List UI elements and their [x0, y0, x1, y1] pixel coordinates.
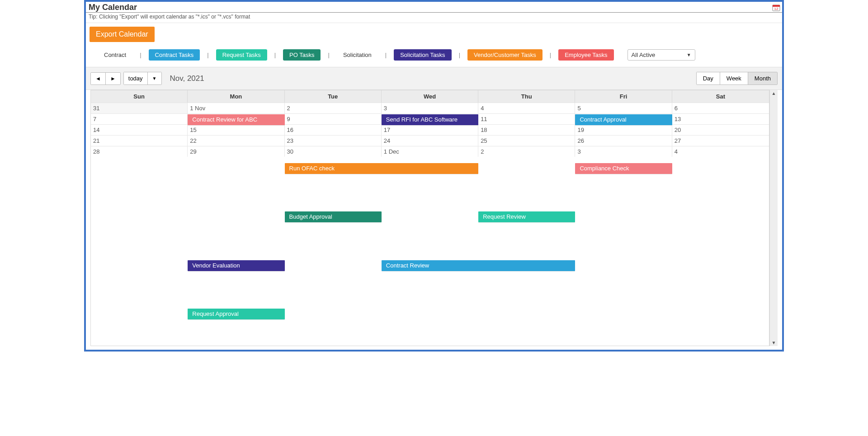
today-button[interactable]: today: [124, 72, 147, 84]
calendar-event[interactable]: Contract Approval: [575, 114, 672, 125]
filter-button[interactable]: Contract Tasks: [149, 49, 200, 61]
day-cell[interactable]: 31: [91, 103, 188, 113]
filter-button[interactable]: Solicitation Tasks: [394, 49, 451, 61]
day-number: 31: [93, 105, 185, 112]
day-number: 29: [190, 148, 282, 155]
calendar-event[interactable]: Contract Review: [382, 260, 576, 271]
day-cell[interactable]: 22: [188, 135, 284, 146]
scroll-down-icon[interactable]: ▼: [772, 340, 776, 345]
day-number: 26: [577, 137, 669, 144]
day-cell[interactable]: 25: [478, 135, 575, 146]
day-cell[interactable]: 15: [188, 124, 284, 135]
day-cell[interactable]: 18: [478, 124, 575, 135]
day-cell[interactable]: 7: [91, 113, 188, 124]
day-cell[interactable]: 1 Nov: [188, 103, 284, 113]
filter-plain[interactable]: Solicitation: [337, 49, 378, 61]
calendar-event[interactable]: Budget Approval: [285, 211, 382, 222]
scrollbar[interactable]: ▲ ▼: [769, 90, 778, 346]
day-cell[interactable]: 5: [575, 103, 672, 113]
day-number: 21: [93, 137, 185, 144]
day-cell[interactable]: 17: [382, 124, 478, 135]
dow-header: Fri: [575, 90, 672, 103]
day-number: 14: [93, 127, 185, 133]
day-cell[interactable]: 28: [91, 146, 188, 157]
day-cell[interactable]: 3: [382, 103, 478, 113]
day-number: 18: [481, 127, 572, 133]
filter-separator: |: [456, 52, 463, 58]
day-number: 4: [481, 105, 572, 112]
day-number: 16: [287, 127, 379, 133]
day-cell[interactable]: 21: [91, 135, 188, 146]
scroll-up-icon[interactable]: ▲: [772, 91, 776, 96]
calendar-event[interactable]: Send RFI for ABC Software: [382, 114, 478, 125]
day-cell[interactable]: 27: [672, 135, 769, 146]
day-cell[interactable]: 19: [575, 124, 672, 135]
day-number: 11: [481, 116, 572, 122]
day-cell[interactable]: 24: [382, 135, 478, 146]
filter-button[interactable]: Vendor/Customer Tasks: [467, 49, 542, 61]
day-cell[interactable]: 4: [672, 146, 769, 157]
day-number: 24: [384, 137, 476, 144]
calendar-event[interactable]: Contract Review for ABC: [188, 114, 284, 125]
chevron-down-icon: ▼: [687, 52, 691, 57]
nav-group: ◄ ►: [90, 72, 121, 85]
day-number: 19: [577, 127, 669, 133]
prev-button[interactable]: ◄: [91, 73, 106, 84]
day-cell[interactable]: 23: [285, 135, 382, 146]
day-cell[interactable]: 29: [188, 146, 284, 157]
filter-separator: |: [137, 52, 144, 58]
calendar-event[interactable]: Request Review: [478, 211, 575, 222]
filter-button[interactable]: Request Tasks: [216, 49, 267, 61]
day-cell[interactable]: 30: [285, 146, 382, 157]
view-day-button[interactable]: Day: [697, 72, 720, 84]
day-number: 3: [577, 148, 669, 155]
day-cell[interactable]: 3: [575, 146, 672, 157]
page-title: My Calendar: [89, 3, 779, 12]
day-cell[interactable]: 1 Dec: [382, 146, 478, 157]
day-cell[interactable]: 13: [672, 113, 769, 124]
day-cell[interactable]: 20: [672, 124, 769, 135]
filter-separator: |: [272, 52, 278, 58]
dow-header: Tue: [285, 90, 382, 103]
day-number: 2: [287, 105, 379, 112]
calendar-event[interactable]: Compliance Check: [575, 163, 672, 174]
filter-separator: |: [382, 52, 389, 58]
next-button[interactable]: ►: [106, 73, 120, 84]
day-number: 22: [190, 137, 282, 144]
day-cell[interactable]: 16: [285, 124, 382, 135]
view-month-button[interactable]: Month: [748, 72, 777, 84]
calendar: SunMonTueWedThuFriSat 311 Nov23456789101…: [90, 90, 769, 346]
day-cell[interactable]: 4: [478, 103, 575, 113]
calendar-event[interactable]: Vendor Evaluation: [188, 260, 284, 271]
calendar-event[interactable]: Run OFAC check: [285, 163, 479, 174]
day-number: 17: [384, 127, 476, 133]
day-cell[interactable]: 26: [575, 135, 672, 146]
day-number: 23: [287, 137, 379, 144]
day-number: 27: [675, 137, 767, 144]
day-cell[interactable]: 6: [672, 103, 769, 113]
day-number: 1 Dec: [384, 148, 476, 155]
filter-plain[interactable]: Contract: [98, 49, 132, 61]
svg-text:12: 12: [774, 7, 778, 11]
calendar-event[interactable]: Request Approval: [188, 309, 284, 319]
today-dropdown-button[interactable]: ▼: [147, 72, 161, 84]
filter-separator: |: [547, 52, 554, 58]
day-cell[interactable]: 14: [91, 124, 188, 135]
day-number: 30: [287, 148, 379, 155]
filter-dropdown[interactable]: All Active▼: [627, 49, 695, 61]
view-week-button[interactable]: Week: [720, 72, 748, 84]
app-frame: My Calendar 12 Tip: Clicking "Export" wi…: [84, 0, 784, 352]
day-cell[interactable]: 2: [478, 146, 575, 157]
day-number: 3: [384, 105, 476, 112]
day-cell[interactable]: 9: [285, 113, 382, 124]
export-calendar-button[interactable]: Export Calendar: [90, 27, 155, 42]
filter-button[interactable]: Employee Tasks: [558, 49, 613, 61]
calendar-wrap: SunMonTueWedThuFriSat 311 Nov23456789101…: [86, 90, 782, 350]
calendar-header-icon[interactable]: 12: [772, 4, 780, 12]
filter-separator: |: [204, 52, 211, 58]
day-number: 6: [675, 105, 767, 112]
day-cell[interactable]: 11: [478, 113, 575, 124]
day-grid: 311 Nov234567891011121314151617181920212…: [91, 103, 769, 157]
filter-button[interactable]: PO Tasks: [283, 49, 321, 61]
day-cell[interactable]: 2: [285, 103, 382, 113]
